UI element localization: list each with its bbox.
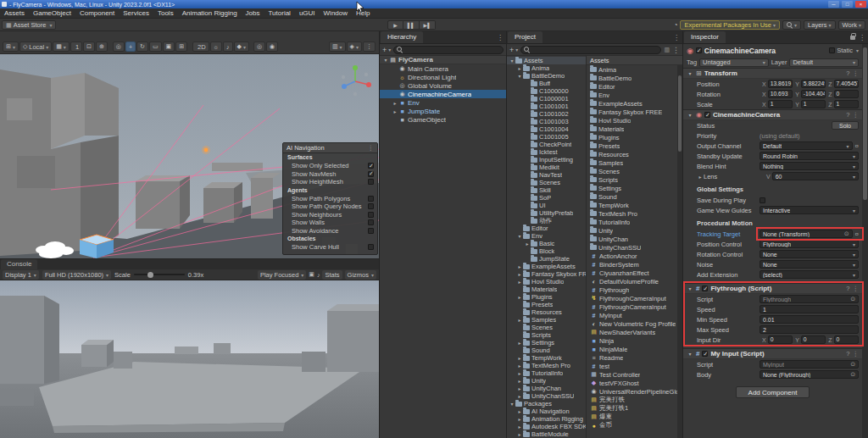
overlay-option-show-path-polygons[interactable]: Show Path Polygons xyxy=(283,195,377,203)
project-folder-block[interactable]: Block xyxy=(507,247,586,255)
focus-dropdown[interactable]: Play Focused ▾ xyxy=(258,270,306,280)
project-folder-inputsetting[interactable]: InputSetting xyxy=(507,156,586,164)
menu-services[interactable]: Services xyxy=(119,9,153,17)
transform-component-header[interactable]: ▾ ⊞ Transform ?⋮ xyxy=(683,68,862,79)
project-folder-c1001002[interactable]: C1001002 xyxy=(507,110,586,118)
position-control-dropdown[interactable]: Flythrough▾ xyxy=(760,240,859,248)
game-viewport[interactable] xyxy=(0,280,379,438)
project-folder-env[interactable]: ▾Env xyxy=(507,232,586,240)
gizmos-dropdown[interactable]: Gizmos ▾ xyxy=(345,270,376,280)
handle-orientation[interactable]: ◇Local▾ xyxy=(19,42,52,52)
maximize-button[interactable]: □ xyxy=(842,1,853,8)
play-button[interactable]: ▶ xyxy=(387,20,403,30)
more-icon[interactable]: ⋮ xyxy=(672,46,680,54)
rotate-tool[interactable]: ↻ xyxy=(136,42,148,52)
project-folder-ai-navigation[interactable]: ▸AI Navigation xyxy=(507,408,586,415)
asset-ninja[interactable]: ■Ninja xyxy=(587,336,682,345)
project-folder-animation-rigging[interactable]: ▸Animation Rigging xyxy=(507,415,586,423)
foldout-icon[interactable]: ▸ xyxy=(516,431,523,437)
camera-settings[interactable]: ◉ xyxy=(266,42,278,52)
noise-dropdown[interactable]: None▾ xyxy=(760,260,859,269)
position-y-field[interactable]: 5.882249 xyxy=(801,80,826,88)
static-checkbox[interactable] xyxy=(829,47,835,53)
mute-audio-icon[interactable]: ♪ xyxy=(317,272,320,278)
asset-defaultvolumeprofile[interactable]: ◐DefaultVolumeProfile xyxy=(587,277,682,286)
project-folder-checkpoint[interactable]: CheckPoint xyxy=(507,141,586,148)
foldout-icon[interactable]: ▸ xyxy=(516,370,523,376)
foldout-icon[interactable]: ▾ xyxy=(509,58,515,64)
asset-new-volumetric-fog-profile[interactable]: ◐New Volumetric Fog Profile xyxy=(587,319,682,328)
asset-bindersystem[interactable]: #BinderSystem xyxy=(587,260,682,269)
overlay-option-show-navmesh[interactable]: Show NavMesh xyxy=(283,170,377,179)
overlay-option-show-only-selected[interactable]: Show Only Selected xyxy=(283,162,377,170)
menu-gameobject[interactable]: GameObject xyxy=(29,9,75,17)
hierarchy-item-flycamera[interactable]: ▾▤FlyCamera xyxy=(380,56,506,64)
project-folder-materials[interactable]: Materials xyxy=(507,286,586,293)
object-picker-icon[interactable]: ⊙ xyxy=(850,371,855,378)
asset-爆束[interactable]: ▤爆束 xyxy=(587,413,682,421)
scene-visibility[interactable]: ◎ xyxy=(253,42,265,52)
transform-tool[interactable]: ⊞ xyxy=(175,42,187,52)
lock-icon[interactable] xyxy=(850,36,855,40)
menu-jobs[interactable]: Jobs xyxy=(242,9,264,17)
project-folder-resources[interactable]: Resources xyxy=(507,308,586,316)
rotation-y-field[interactable]: -104.404 xyxy=(801,90,826,98)
asset-金币[interactable]: ●金币 xyxy=(587,421,682,430)
project-folder-unitychan[interactable]: ▸UnityChan xyxy=(507,385,586,392)
create-asset-button[interactable]: +▾ xyxy=(509,46,518,54)
minimize-button[interactable]: ─ xyxy=(828,1,839,8)
tracking-target-field[interactable]: None (Transform)⊙ xyxy=(760,230,853,238)
project-folder-packages[interactable]: ▾Packages xyxy=(507,400,586,408)
component-enabled-checkbox[interactable] xyxy=(702,351,708,357)
asset-newshadervariants[interactable]: ▤NewShaderVariants xyxy=(587,328,682,336)
tab-hierarchy[interactable]: Hierarchy xyxy=(381,31,423,43)
help-icon[interactable]: ? xyxy=(846,69,849,77)
layer-dropdown[interactable]: Default▾ xyxy=(789,58,859,67)
menu-component[interactable]: Component xyxy=(75,9,119,17)
hierarchy-search-input[interactable] xyxy=(393,46,504,54)
checkbox[interactable] xyxy=(368,228,374,234)
overlay-option-show-heightmesh[interactable]: Show HeightMesh xyxy=(283,178,377,186)
foldout-icon[interactable]: ▸ xyxy=(516,385,523,391)
asset-plugins[interactable]: Plugins xyxy=(587,133,682,141)
asset-sound[interactable]: Sound xyxy=(587,192,682,201)
object-picker-icon[interactable]: ⊙ xyxy=(850,361,855,368)
add-component-button[interactable]: Add Component xyxy=(736,386,810,398)
project-folder-plugins[interactable]: ▸Plugins xyxy=(507,293,586,301)
my-input-component-header[interactable]: ▾ # My Input (Script) ?⋮ xyxy=(683,348,862,359)
project-folder-unity[interactable]: ▸Unity xyxy=(507,377,586,385)
pause-button[interactable]: ▌▌ xyxy=(403,20,420,30)
2d-toggle[interactable]: 2D xyxy=(192,42,209,52)
overlay-option-show-avoidance[interactable]: Show Avoidance xyxy=(283,227,377,236)
effects-toggle[interactable]: ◆▾ xyxy=(234,42,249,52)
asset-tempwork[interactable]: TempWork xyxy=(587,201,682,209)
menu-tools[interactable]: Tools xyxy=(153,9,178,17)
asset-test[interactable]: #test xyxy=(587,362,682,370)
hierarchy-item-cinemachinecamera[interactable]: ◉CinemachineCamera xyxy=(380,90,506,98)
project-folder-unitychanssu[interactable]: ▸UnityChanSSU xyxy=(507,392,586,400)
layout-dropdown[interactable]: Work ▾ xyxy=(838,20,865,30)
asset-unitychanssu[interactable]: UnityChanSSU xyxy=(587,243,682,252)
project-folder-assets[interactable]: ▾Assets xyxy=(507,57,586,64)
project-folder-c1001005[interactable]: C1001005 xyxy=(507,133,586,141)
asset-battledemo[interactable]: BattleDemo xyxy=(587,74,682,82)
checkbox[interactable] xyxy=(368,219,374,225)
standby-update-dropdown[interactable]: Round Robin▾ xyxy=(760,152,859,160)
tool-settings[interactable]: ⊞▾ xyxy=(3,42,19,52)
foldout-icon[interactable]: ▸ xyxy=(516,416,523,422)
foldout-icon[interactable]: ▾ xyxy=(382,57,389,63)
hierarchy-item-jumpstate[interactable]: ▸■JumpState xyxy=(380,107,506,115)
experimental-packages-button[interactable]: Experimental Packages In Use ▾ xyxy=(680,20,780,30)
project-folder-ui[interactable]: UI xyxy=(507,202,586,209)
foldout-icon[interactable]: ▸ xyxy=(516,378,523,384)
project-folder-tempwork[interactable]: ▸TempWork xyxy=(507,354,586,362)
project-folder-scenes[interactable]: Scenes xyxy=(507,179,586,186)
foldout-icon[interactable]: ▸ xyxy=(516,363,523,369)
asset-完美打铁[interactable]: ▤完美打铁 xyxy=(587,396,682,404)
project-folder-battlemodule[interactable]: ▸BattleModule xyxy=(507,430,586,438)
foldout-icon[interactable]: ▾ xyxy=(516,233,523,239)
scale-x-field[interactable]: 1 xyxy=(768,100,793,108)
foldout-icon[interactable]: ▸ xyxy=(516,393,523,399)
scale-tool[interactable]: ▭ xyxy=(149,42,162,52)
add-extension-dropdown[interactable]: (select)▾ xyxy=(760,270,859,279)
